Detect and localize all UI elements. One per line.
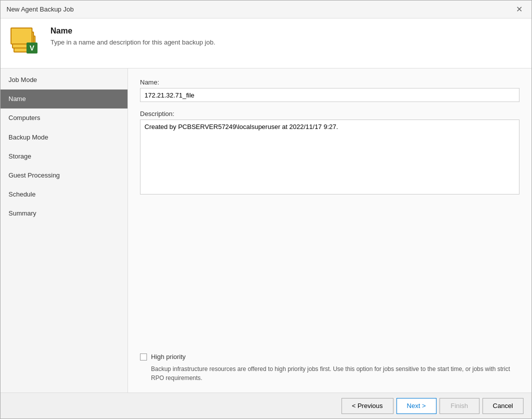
priority-section: High priority Backup infrastructure reso… [140,353,520,382]
cancel-button[interactable]: Cancel [482,398,524,414]
name-group: Name: [140,78,520,102]
check-badge: V [26,42,38,54]
header-text: Name Type in a name and description for … [50,26,216,46]
priority-checkbox-row: High priority [140,353,520,360]
header-icon: V [10,26,42,58]
close-button[interactable]: ✕ [513,4,526,14]
description-group: Description: [140,110,520,196]
footer: < Previous Next > Finish Cancel [0,392,532,418]
stack-layer-1 [10,28,32,44]
name-label: Name: [140,78,520,86]
header-area: V Name Type in a name and description fo… [0,18,532,68]
dialog-title: New Agent Backup Job [6,6,74,13]
name-input[interactable] [140,88,520,102]
finish-button[interactable]: Finish [440,398,480,414]
next-button[interactable]: Next > [396,398,436,414]
sidebar-item-computers[interactable]: Computers [0,108,128,128]
priority-label: High priority [151,353,186,360]
description-label: Description: [140,110,520,118]
previous-button[interactable]: < Previous [342,398,394,414]
high-priority-checkbox[interactable] [140,354,147,360]
dialog: New Agent Backup Job ✕ V Name Type in a … [0,0,532,419]
main-content: Job Mode Name Computers Backup Mode Stor… [0,68,532,392]
sidebar-item-job-mode[interactable]: Job Mode [0,70,128,90]
title-bar: New Agent Backup Job ✕ [0,0,532,18]
stack-icon: V [10,26,38,54]
right-panel: Name: Description: High priority Backup … [128,68,532,392]
sidebar-item-guest-processing[interactable]: Guest Processing [0,166,128,185]
sidebar-item-schedule[interactable]: Schedule [0,185,128,204]
sidebar-item-summary[interactable]: Summary [0,204,128,223]
priority-description: Backup infrastructure resources are offe… [140,364,520,382]
header-description: Type in a name and description for this … [50,38,216,46]
sidebar-item-name[interactable]: Name [0,90,128,108]
header-title: Name [50,26,216,36]
sidebar-item-storage[interactable]: Storage [0,147,128,166]
description-textarea[interactable] [140,120,520,194]
sidebar: Job Mode Name Computers Backup Mode Stor… [0,68,128,392]
sidebar-item-backup-mode[interactable]: Backup Mode [0,128,128,147]
